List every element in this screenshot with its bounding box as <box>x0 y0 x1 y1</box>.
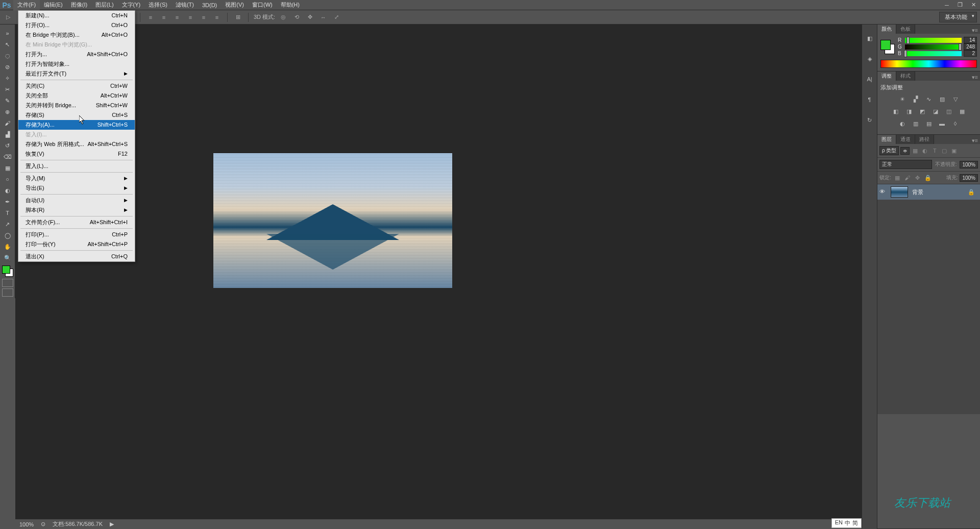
menu-new[interactable]: 新建(N)...Ctrl+N <box>18 11 135 20</box>
menu-close-all[interactable]: 关闭全部Alt+Ctrl+W <box>18 91 135 101</box>
menu-open[interactable]: 打开(O)...Ctrl+O <box>18 20 135 30</box>
menu-print-one[interactable]: 打印一份(Y)Alt+Shift+Ctrl+P <box>18 239 135 249</box>
zoom-tool[interactable]: 🔍 <box>1 252 15 263</box>
adjustments-tab[interactable]: 调整 <box>877 71 896 81</box>
mode3d-orbit-icon[interactable]: ◎ <box>278 12 288 22</box>
menu-save[interactable]: 存储(S)Ctrl+S <box>18 110 135 120</box>
lock-image-icon[interactable]: 🖌 <box>903 174 912 182</box>
filter-pixel-icon[interactable]: ▦ <box>911 147 919 155</box>
menu-select[interactable]: 选择(S) <box>144 0 172 10</box>
pen-tool[interactable]: ✒ <box>1 196 15 207</box>
menu-place[interactable]: 置入(L)... <box>18 161 135 171</box>
distribute-top-icon[interactable]: ≡ <box>145 12 156 22</box>
path-select-tool[interactable]: ↗ <box>1 219 15 230</box>
history-panel-icon[interactable]: ◧ <box>864 33 875 44</box>
menu-exit[interactable]: 退出(X)Ctrl+Q <box>18 252 135 261</box>
distribute-vcenter-icon[interactable]: ≡ <box>159 12 169 22</box>
brush-tool[interactable]: 🖌 <box>1 117 15 129</box>
menu-scripts[interactable]: 脚本(R)▶ <box>18 205 135 215</box>
ime-indicator[interactable]: EN中简 <box>831 518 862 528</box>
workspace-switcher[interactable]: 基本功能 <box>939 12 977 22</box>
menu-revert[interactable]: 恢复(V)F12 <box>18 149 135 159</box>
distribute-hcenter-icon[interactable]: ≡ <box>199 12 209 22</box>
type-tool[interactable]: T <box>1 207 15 219</box>
menu-3d[interactable]: 3D(D) <box>198 1 221 10</box>
color-balance-icon[interactable]: ◨ <box>904 107 914 116</box>
menu-browse-bridge[interactable]: 在 Bridge 中浏览(B)...Alt+Ctrl+O <box>18 30 135 40</box>
menu-print[interactable]: 打印(P)...Ctrl+P <box>18 230 135 239</box>
opacity-value[interactable]: 100% <box>960 161 978 169</box>
menu-file[interactable]: 文件(F) <box>13 0 40 10</box>
g-slider[interactable] <box>905 44 962 50</box>
threshold-icon[interactable]: ▤ <box>924 119 934 128</box>
distribute-right-icon[interactable]: ≡ <box>212 12 222 22</box>
hue-icon[interactable]: ◧ <box>891 107 900 116</box>
filter-type-icon[interactable]: T <box>930 147 939 155</box>
filter-shape-icon[interactable]: ▢ <box>940 147 948 155</box>
menu-close-bridge[interactable]: 关闭并转到 Bridge...Shift+Ctrl+W <box>18 101 135 110</box>
invert-icon[interactable]: ◐ <box>898 119 907 128</box>
color-lookup-icon[interactable]: ▦ <box>958 107 967 116</box>
layer-filter-dropdown[interactable]: ≑ <box>900 147 910 155</box>
crop-tool[interactable]: ✂ <box>1 84 15 95</box>
marquee-tool[interactable]: ◌ <box>1 50 15 61</box>
channel-mixer-icon[interactable]: ◫ <box>944 107 953 116</box>
bw-icon[interactable]: ◩ <box>918 107 927 116</box>
quickmask-toggle[interactable] <box>2 279 13 287</box>
exposure-icon[interactable]: ▨ <box>938 94 947 104</box>
properties-panel-icon[interactable]: ◈ <box>864 53 875 64</box>
menu-save-web[interactable]: 存储为 Web 所用格式...Alt+Shift+Ctrl+S <box>18 139 135 149</box>
color-panel-menu-icon[interactable]: ▾≡ <box>970 27 980 34</box>
menu-open-as[interactable]: 打开为...Alt+Shift+Ctrl+O <box>18 50 135 59</box>
styles-tab[interactable]: 样式 <box>896 71 915 81</box>
layer-row-background[interactable]: 👁 背景 🔒 <box>877 184 980 200</box>
auto-align-icon[interactable]: ⊞ <box>233 12 243 22</box>
lock-pos-icon[interactable]: ✥ <box>914 174 922 182</box>
window-minimize[interactable]: ─ <box>940 1 953 10</box>
blend-mode-select[interactable]: 正常 <box>879 160 932 169</box>
menu-automate[interactable]: 自动(U)▶ <box>18 196 135 205</box>
brightness-icon[interactable]: ☀ <box>898 94 907 104</box>
menu-edit[interactable]: 编辑(E) <box>40 0 67 10</box>
color-panel-swatches[interactable] <box>880 40 895 54</box>
window-restore[interactable]: ❐ <box>953 1 967 10</box>
levels-icon[interactable]: ▞ <box>911 94 920 104</box>
color-spectrum[interactable] <box>880 60 977 68</box>
menu-save-as[interactable]: 存储为(A)...Shift+Ctrl+S <box>18 120 135 130</box>
swatches-tab[interactable]: 色板 <box>896 25 915 34</box>
mode3d-zoom-icon[interactable]: ⤢ <box>331 12 341 22</box>
mode3d-pan-icon[interactable]: ✥ <box>305 12 315 22</box>
lasso-tool[interactable]: ⊘ <box>1 61 15 73</box>
filter-adjust-icon[interactable]: ◐ <box>921 147 929 155</box>
color-swatches[interactable] <box>2 266 13 277</box>
menu-recent[interactable]: 最近打开文件(T)▶ <box>18 69 135 79</box>
menu-file-info[interactable]: 文件简介(F)...Alt+Shift+Ctrl+I <box>18 218 135 227</box>
stamp-tool[interactable]: ▟ <box>1 129 15 140</box>
eraser-tool[interactable]: ⌫ <box>1 151 15 162</box>
lock-all-icon[interactable]: 🔒 <box>924 174 932 182</box>
wand-tool[interactable]: ✧ <box>1 73 15 84</box>
paragraph-panel-icon[interactable]: ¶ <box>864 94 875 105</box>
mode3d-roll-icon[interactable]: ⟲ <box>291 12 302 22</box>
window-close[interactable]: ✕ <box>967 1 980 10</box>
doc-size[interactable]: 文档:586.7K/586.7K <box>53 520 103 528</box>
curves-icon[interactable]: ∿ <box>924 94 934 104</box>
g-value[interactable]: 248 <box>964 43 977 50</box>
fg-color-swatch[interactable] <box>2 266 10 274</box>
character-panel-icon[interactable]: A| <box>864 74 875 85</box>
history-brush-tool[interactable]: ↺ <box>1 140 15 151</box>
layer-visibility-icon[interactable]: 👁 <box>879 188 887 196</box>
gradient-map-icon[interactable]: ▬ <box>938 119 947 128</box>
photo-filter-icon[interactable]: ◪ <box>931 107 940 116</box>
move-tool[interactable]: ↖ <box>1 39 15 50</box>
menu-filter[interactable]: 滤镜(T) <box>172 0 198 10</box>
vibrance-icon[interactable]: ▽ <box>951 94 960 104</box>
b-value[interactable]: 2 <box>964 50 977 57</box>
paths-tab[interactable]: 路径 <box>915 135 934 144</box>
gradient-tool[interactable]: ▦ <box>1 162 15 174</box>
mode3d-slide-icon[interactable]: ↔ <box>318 12 328 22</box>
screenmode-toggle[interactable] <box>2 288 13 297</box>
lock-trans-icon[interactable]: ▦ <box>893 174 901 182</box>
heal-tool[interactable]: ⊕ <box>1 106 15 117</box>
menu-import[interactable]: 导入(M)▶ <box>18 174 135 183</box>
